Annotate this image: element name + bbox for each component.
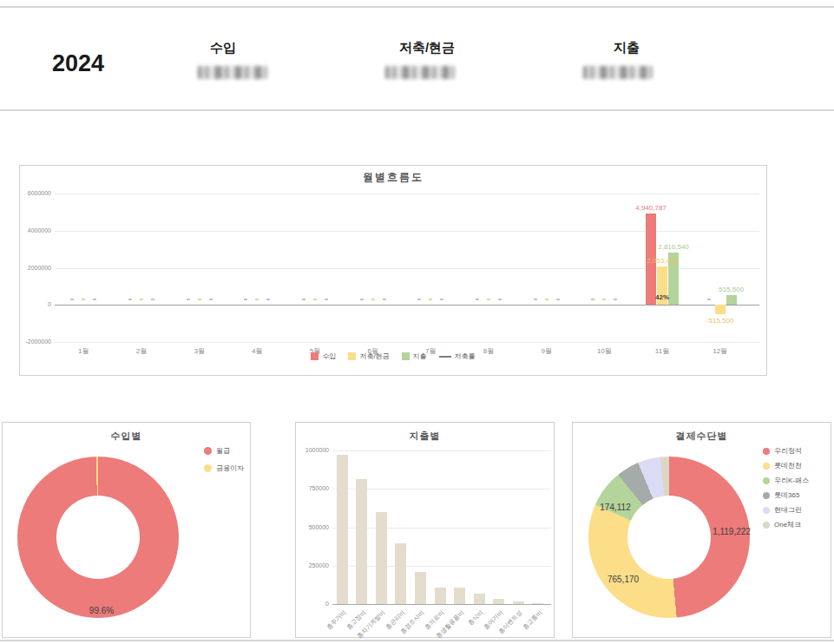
zero-value-tick [498,299,502,300]
chart-legend: 수입저축/현금지출저축률 [20,352,766,361]
data-label: 515,500 [719,286,744,293]
expense-bar-chart[interactable]: 지출별 10000007500005000002500000총주거비총고정비총자… [295,422,555,638]
legend-item: 월급 [204,446,244,456]
legend-swatch [348,352,356,360]
legend-dot [763,463,770,470]
legend-label: 지출 [413,352,427,361]
legend-item: 저축/현금 [348,352,389,361]
zero-value-tick [198,299,201,300]
zero-value-tick [556,299,560,300]
legend-dot [763,507,770,514]
zero-value-tick [545,299,548,300]
zero-value-tick [313,299,317,300]
income-pie-chart[interactable]: 수입별 99.6% 월급금융이자 [2,422,251,638]
income-column-header: 수입 [210,40,236,56]
expense-value-redacted [583,66,653,79]
y-axis-tick-label: 1000000 [296,447,329,453]
legend-swatch [402,352,410,360]
zero-value-tick [602,299,606,300]
zero-value-tick [302,299,305,300]
y-axis-tick-label: -2000000 [20,338,51,345]
slice-value-label: 765,170 [607,575,639,584]
data-label: 2,053,455 [647,257,678,265]
slice-percent-label: 99.6% [89,606,114,615]
data-label: 4,940,787 [635,204,667,212]
zero-value-tick [70,299,74,300]
legend-line-swatch [439,356,451,358]
zero-value-tick [128,299,132,300]
legend-item: 수입 [311,352,336,361]
y-axis-tick-label: 4000000 [20,227,51,233]
chart-bar [715,305,726,314]
legend-dot [204,447,212,455]
zero-value-tick [476,299,479,300]
legend-item: 금융이자 [204,463,244,473]
grid-line [55,194,759,194]
legend-label: One체크 [774,520,801,529]
y-axis-tick-label: 6000000 [20,190,51,196]
y-axis-tick-label: 500000 [296,524,329,530]
legend-dot [763,522,770,529]
legend-label: 수입 [322,352,336,361]
legend-dot [204,464,212,472]
grid-line [55,342,759,343]
zero-value-tick [82,299,85,300]
chart-bar [532,603,543,604]
zero-value-tick [534,299,537,300]
payment-method-pie-chart[interactable]: 결제수단별 1,119,222765,170174,112 우리정석롯데천천우리… [572,422,831,638]
legend-item: 우리K-패스 [763,476,809,485]
legend-item: One체크 [763,520,809,529]
legend-label: 현대그린 [774,505,802,515]
divider-header-bottom [0,109,834,111]
expense-plot-area: 10000007500005000002500000총주거비총고정비총자기계발비… [332,450,548,604]
legend-item: 지출 [402,352,427,361]
legend-label: 저축/현금 [359,352,389,361]
legend-label: 우리정석 [774,446,802,456]
donut-hole [56,496,140,579]
legend-dot [763,448,770,455]
zero-value-tick [360,299,364,300]
income-value-redacted [198,66,267,79]
legend-item: 롯데천천 [763,461,809,470]
zero-value-tick [187,299,190,300]
chart-title: 수입별 [3,430,250,443]
zero-value-tick [417,299,421,300]
chart-title: 월별흐름도 [20,170,766,185]
chart-bar [395,543,406,604]
legend-label: 금융이자 [216,463,244,473]
zero-value-tick [266,299,270,300]
chart-bar [474,594,485,604]
chart-title: 지출별 [296,430,554,443]
chart-bar [337,455,348,604]
y-axis-tick-label: 0 [20,301,51,307]
chart-bar [376,512,387,604]
legend-label: 롯데365 [774,490,799,500]
legend-item: 현대그린 [763,505,809,515]
slice-value-label: 174,112 [600,503,630,512]
legend-item: 롯데365 [763,490,809,500]
chart-bar [513,601,524,604]
legend-item: 저축률 [439,352,476,361]
legend-label: 롯데천천 [774,461,802,470]
y-axis-tick-label: 2000000 [20,265,51,271]
zero-value-tick [383,299,386,300]
grid-line [332,450,551,451]
grid-line [55,305,759,306]
savings-value-redacted [385,66,455,79]
legend-item: 우리정석 [763,446,809,456]
chart-bar [493,599,504,604]
data-label: 2,816,540 [658,243,689,251]
chart-bar [726,295,737,305]
monthly-flow-chart[interactable]: 월별흐름도 6000000400000020000000-20000001월2월… [19,165,767,376]
zero-value-tick [140,299,143,300]
expense-column-header: 지출 [614,40,640,56]
year-label: 2024 [52,50,104,77]
legend-label: 우리K-패스 [774,476,809,485]
zero-value-tick [707,299,711,300]
legend-label: 월급 [216,446,230,456]
zero-value-tick [429,299,432,300]
chart-bar [454,588,465,604]
legend-swatch [311,352,318,360]
monthly-plot-area: 6000000400000020000000-20000001월2월3월4월5월… [55,194,749,342]
data-label: 42% [655,293,669,301]
